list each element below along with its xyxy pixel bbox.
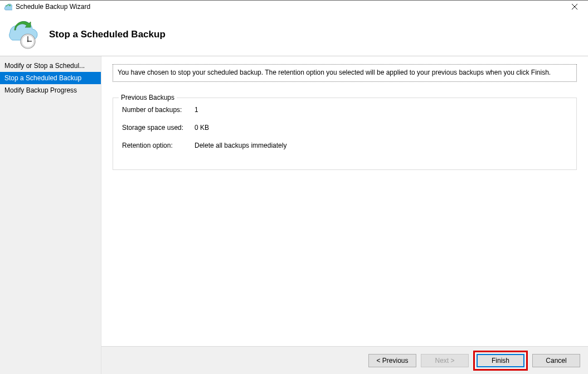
finish-highlight: Finish — [473, 351, 528, 371]
previous-backups-group: Previous Backups Number of backups: 1 St… — [113, 98, 577, 170]
finish-button[interactable]: Finish — [477, 354, 524, 367]
row-storage-space-used: Storage space used: 0 KB — [122, 124, 567, 132]
label-number-of-backups: Number of backups: — [122, 106, 189, 114]
label-storage-space-used: Storage space used: — [122, 124, 189, 132]
svg-point-6 — [27, 40, 29, 42]
label-retention-option: Retention option: — [122, 142, 189, 149]
wizard-window: Schedule Backup Wizard Stop a Scheduled … — [0, 0, 588, 374]
title-bar: Schedule Backup Wizard — [0, 1, 588, 13]
wizard-header-icon — [6, 19, 39, 50]
close-button[interactable] — [563, 1, 586, 12]
row-number-of-backups: Number of backups: 1 — [122, 106, 567, 114]
value-storage-space-used: 0 KB — [195, 124, 567, 132]
steps-sidebar: Modify or Stop a Schedul... Stop a Sched… — [0, 56, 101, 374]
step-stop-scheduled-backup[interactable]: Stop a Scheduled Backup — [0, 72, 101, 84]
step-modify-or-stop[interactable]: Modify or Stop a Schedul... — [0, 60, 101, 72]
wizard-footer: < Previous Next > Finish Cancel — [101, 346, 588, 374]
next-button: Next > — [421, 354, 469, 367]
row-retention-option: Retention option: Delete all backups imm… — [122, 142, 567, 149]
page-title: Stop a Scheduled Backup — [49, 29, 166, 40]
header-band: Stop a Scheduled Backup — [0, 13, 588, 56]
window-title: Schedule Backup Wizard — [16, 3, 90, 11]
content-pane: You have chosen to stop your scheduled b… — [101, 56, 588, 374]
title-bar-left: Schedule Backup Wizard — [3, 2, 90, 11]
step-modify-backup-progress[interactable]: Modify Backup Progress — [0, 84, 101, 96]
wizard-body: Modify or Stop a Schedul... Stop a Sched… — [0, 56, 588, 374]
app-icon — [3, 2, 12, 11]
description-text: You have chosen to stop your scheduled b… — [113, 64, 577, 82]
value-retention-option: Delete all backups immediately — [195, 142, 567, 149]
cancel-button[interactable]: Cancel — [532, 354, 580, 367]
previous-backups-legend: Previous Backups — [119, 94, 177, 101]
previous-button[interactable]: < Previous — [368, 354, 416, 367]
value-number-of-backups: 1 — [195, 106, 567, 114]
